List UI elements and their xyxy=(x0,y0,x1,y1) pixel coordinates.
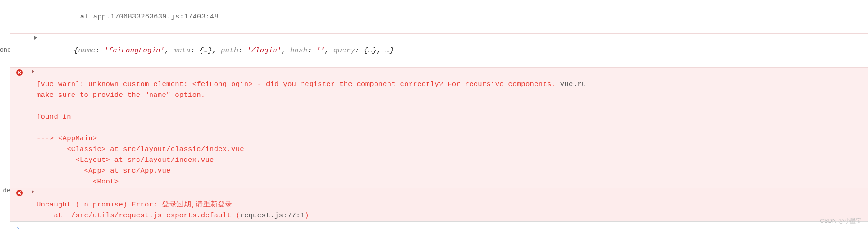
text-cursor xyxy=(24,224,24,229)
left-label: one xyxy=(0,45,10,55)
editor-left-gutter: one de xyxy=(0,0,10,229)
console-error-row[interactable]: Uncaught (in promise) Error: 登录过期,请重新登录 … xyxy=(10,188,868,221)
source-link[interactable]: app.1706833263639.js:17403:48 xyxy=(93,13,219,21)
error-icon xyxy=(16,189,23,197)
stack-trace-line: at app.1706833263639.js:17403:48 xyxy=(10,0,868,33)
left-label: de xyxy=(0,186,10,196)
source-link[interactable]: request.js:77:1 xyxy=(240,211,305,220)
at-label: at xyxy=(80,13,93,21)
object-preview-text: {name: 'feiLongLogin', meta: {…}, path: … xyxy=(39,34,865,67)
expand-triangle-icon[interactable] xyxy=(32,35,39,40)
console-object-row[interactable]: {name: 'feiLongLogin', meta: {…}, path: … xyxy=(10,33,868,67)
console-input-row[interactable]: › xyxy=(10,221,868,229)
console-panel: at app.1706833263639.js:17403:48 {name: … xyxy=(10,0,868,229)
expand-triangle-icon[interactable] xyxy=(29,189,37,194)
error-message: [Vue warn]: Unknown custom element: <fei… xyxy=(37,68,865,187)
error-message: Uncaught (in promise) Error: 登录过期,请重新登录 … xyxy=(37,188,865,221)
console-error-row[interactable]: [Vue warn]: Unknown custom element: <fei… xyxy=(10,67,868,188)
source-link[interactable]: vue.ru xyxy=(560,80,586,88)
error-icon xyxy=(16,69,23,76)
prompt-caret-icon: › xyxy=(16,223,20,229)
expand-triangle-icon[interactable] xyxy=(29,69,37,74)
watermark-text: CSDN @小墨宝 xyxy=(820,216,862,225)
